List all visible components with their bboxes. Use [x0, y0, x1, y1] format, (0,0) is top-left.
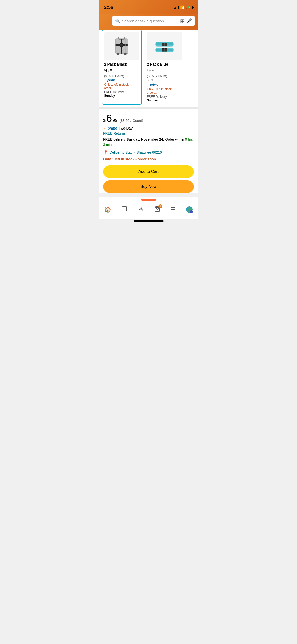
product-card-black[interactable]: 2 Pack Black $699 ($3.50 / Count) ✓ prim…: [102, 30, 142, 105]
bottom-nav: 🏠 1: [99, 202, 198, 219]
search-input[interactable]: Search or ask a question: [122, 19, 178, 23]
menu-icon: ☰: [171, 206, 176, 213]
svg-rect-16: [167, 43, 173, 45]
cart-count-badge: 1: [158, 204, 162, 208]
free-returns-text: FREE Returns: [103, 131, 194, 135]
home-icon: 🏠: [104, 206, 111, 213]
buy-now-button[interactable]: Buy Now: [103, 180, 194, 193]
prime-label-blue: prime: [150, 83, 158, 86]
mic-icon[interactable]: 🎤: [186, 18, 192, 24]
stock-warning-blue: Only 9 left in stock - order…: [147, 87, 182, 94]
product-price-per-count-black: ($3.50 / Count): [104, 74, 139, 78]
product-price-strikethrough-blue: $9.99: [147, 78, 182, 82]
prime-check-icon-black: ✓: [104, 78, 107, 82]
nav-item-ai[interactable]: [184, 205, 195, 214]
location-icon: 📍: [103, 150, 108, 155]
delivery-day-black: Sunday: [104, 94, 139, 98]
section-divider: [99, 107, 198, 109]
product-image-blue: [147, 32, 182, 60]
delivery-day-blue: Sunday: [147, 99, 182, 102]
deliver-to[interactable]: 📍 Deliver to Staci - Shawnee 66216: [103, 150, 194, 155]
svg-rect-17: [156, 49, 162, 51]
svg-rect-18: [167, 49, 173, 51]
main-price-big: 6: [106, 113, 112, 124]
product-title-blue: 2 Pack Blue: [147, 62, 182, 66]
svg-rect-6: [120, 43, 123, 47]
status-icons: 📶 ⚡: [174, 5, 193, 9]
main-price-dollar: $: [103, 118, 106, 123]
battery-icon: ⚡: [186, 6, 193, 9]
cart-badge-container: 1: [154, 206, 160, 213]
detail-section: $ 6 99 ($3.50 / Count) ✓ prime Two-Day F…: [99, 109, 198, 193]
signal-icon: [174, 6, 179, 9]
prime-row: ✓ prime Two-Day: [103, 126, 194, 130]
delivery-prefix: FREE delivery: [103, 137, 126, 141]
account-icon: [138, 206, 144, 213]
prime-check-icon-blue: ✓: [147, 83, 149, 86]
prime-check-lg-icon: ✓: [103, 126, 106, 130]
wifi-icon: 📶: [180, 5, 184, 9]
scroll-up-section: [99, 197, 198, 202]
stock-warning-black: Only 1 left in stock - order…: [104, 83, 139, 90]
status-time: 2:56: [104, 5, 113, 10]
delivery-suffix: . Order within: [163, 137, 185, 141]
nav-item-cart[interactable]: 1: [152, 205, 162, 214]
prime-two-day-text: Two-Day: [119, 126, 133, 130]
main-price-cents: 99: [112, 118, 117, 123]
nav-item-menu[interactable]: ☰: [169, 205, 178, 214]
svg-rect-15: [156, 43, 162, 45]
product-card-blue[interactable]: 2 Pack Blue $699 ($3.50 / Count) $9.99 ✓…: [144, 30, 185, 105]
nav-item-lists[interactable]: [119, 205, 129, 214]
main-price: $ 6 99 ($3.50 / Count): [103, 113, 194, 124]
deliver-to-text: Deliver to Staci - Shawnee 66216: [110, 150, 162, 154]
prime-label-lg: prime: [108, 126, 117, 130]
prime-badge-blue: ✓ prime: [147, 83, 182, 86]
product-price-per-count-blue: ($3.50 / Count): [147, 74, 182, 78]
main-price-per-count: ($3.50 / Count): [119, 119, 143, 123]
add-to-cart-button[interactable]: Add to Cart: [103, 165, 194, 178]
stock-alert: Only 1 left in stock - order soon.: [103, 157, 194, 161]
scan-icon[interactable]: ▦: [180, 18, 184, 24]
delivery-text-black: FREE Delivery: [104, 90, 139, 94]
status-bar: 2:56 📶 ⚡: [99, 0, 198, 14]
product-price-black: $699: [104, 67, 139, 74]
product-cards-row: 2 Pack Black $699 ($3.50 / Count) ✓ prim…: [99, 30, 198, 107]
luggage-svg-blue: [154, 35, 175, 57]
ai-assistant-icon: [186, 206, 193, 213]
lists-icon: [121, 206, 127, 213]
luggage-svg-black: [112, 35, 132, 57]
svg-point-23: [140, 207, 142, 209]
product-price-blue: $699: [147, 67, 182, 74]
search-bar[interactable]: 🔍 Search or ask a question ▦ 🎤: [112, 16, 195, 26]
delivery-date: Sunday, November 24: [126, 137, 163, 141]
nav-item-account[interactable]: [136, 205, 146, 214]
delivery-info: FREE delivery Sunday, November 24. Order…: [103, 137, 194, 147]
delivery-text-blue: FREE Delivery: [147, 95, 182, 99]
product-image-black: [104, 32, 139, 60]
prime-badge-black: ✓ prime: [104, 78, 139, 82]
scroll-up-bar: [141, 199, 156, 201]
back-button[interactable]: ←: [102, 17, 110, 25]
product-title-black: 2 Pack Black: [104, 62, 139, 66]
home-indicator: [134, 220, 164, 222]
prime-label-black: prime: [107, 78, 116, 82]
nav-item-home[interactable]: 🏠: [102, 205, 113, 214]
search-icon: 🔍: [115, 19, 120, 23]
header: ← 🔍 Search or ask a question ▦ 🎤: [99, 14, 198, 30]
